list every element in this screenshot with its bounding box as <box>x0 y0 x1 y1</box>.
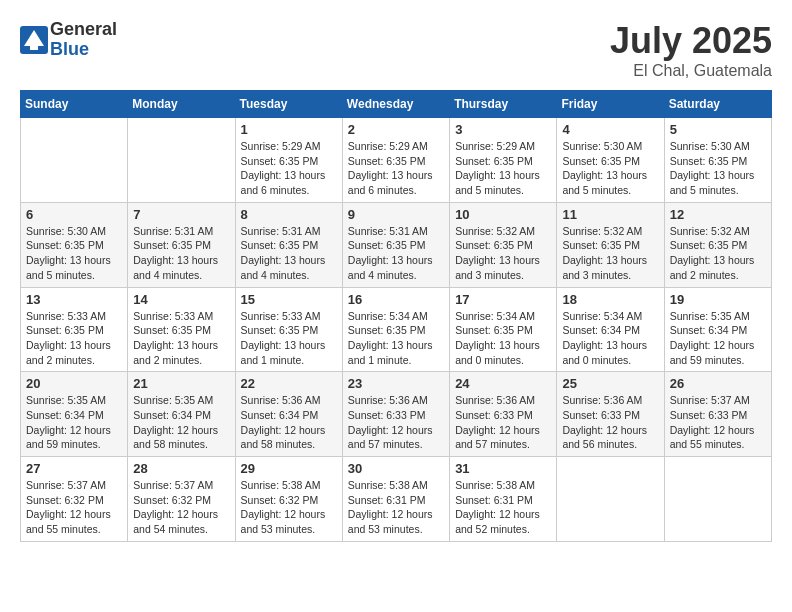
calendar-week-row: 13Sunrise: 5:33 AM Sunset: 6:35 PM Dayli… <box>21 287 772 372</box>
weekday-header-tuesday: Tuesday <box>235 91 342 118</box>
calendar-cell: 10Sunrise: 5:32 AM Sunset: 6:35 PM Dayli… <box>450 202 557 287</box>
logo-icon <box>20 26 48 54</box>
calendar-cell: 7Sunrise: 5:31 AM Sunset: 6:35 PM Daylig… <box>128 202 235 287</box>
calendar-cell: 12Sunrise: 5:32 AM Sunset: 6:35 PM Dayli… <box>664 202 771 287</box>
day-number: 9 <box>348 207 444 222</box>
day-number: 31 <box>455 461 551 476</box>
calendar-cell: 4Sunrise: 5:30 AM Sunset: 6:35 PM Daylig… <box>557 118 664 203</box>
day-info: Sunrise: 5:35 AM Sunset: 6:34 PM Dayligh… <box>26 393 122 452</box>
day-number: 22 <box>241 376 337 391</box>
calendar-cell: 8Sunrise: 5:31 AM Sunset: 6:35 PM Daylig… <box>235 202 342 287</box>
day-info: Sunrise: 5:33 AM Sunset: 6:35 PM Dayligh… <box>241 309 337 368</box>
day-info: Sunrise: 5:34 AM Sunset: 6:35 PM Dayligh… <box>348 309 444 368</box>
calendar-cell: 3Sunrise: 5:29 AM Sunset: 6:35 PM Daylig… <box>450 118 557 203</box>
day-info: Sunrise: 5:32 AM Sunset: 6:35 PM Dayligh… <box>455 224 551 283</box>
day-info: Sunrise: 5:37 AM Sunset: 6:32 PM Dayligh… <box>26 478 122 537</box>
day-info: Sunrise: 5:29 AM Sunset: 6:35 PM Dayligh… <box>455 139 551 198</box>
calendar-cell: 23Sunrise: 5:36 AM Sunset: 6:33 PM Dayli… <box>342 372 449 457</box>
day-number: 11 <box>562 207 658 222</box>
weekday-header-friday: Friday <box>557 91 664 118</box>
day-info: Sunrise: 5:35 AM Sunset: 6:34 PM Dayligh… <box>133 393 229 452</box>
day-number: 21 <box>133 376 229 391</box>
day-info: Sunrise: 5:31 AM Sunset: 6:35 PM Dayligh… <box>133 224 229 283</box>
day-number: 7 <box>133 207 229 222</box>
calendar-cell: 31Sunrise: 5:38 AM Sunset: 6:31 PM Dayli… <box>450 457 557 542</box>
day-info: Sunrise: 5:32 AM Sunset: 6:35 PM Dayligh… <box>670 224 766 283</box>
location-subtitle: El Chal, Guatemala <box>610 62 772 80</box>
day-number: 17 <box>455 292 551 307</box>
day-info: Sunrise: 5:30 AM Sunset: 6:35 PM Dayligh… <box>670 139 766 198</box>
day-number: 5 <box>670 122 766 137</box>
page-header: General Blue July 2025 El Chal, Guatemal… <box>20 20 772 80</box>
calendar-cell: 11Sunrise: 5:32 AM Sunset: 6:35 PM Dayli… <box>557 202 664 287</box>
day-info: Sunrise: 5:38 AM Sunset: 6:32 PM Dayligh… <box>241 478 337 537</box>
calendar-cell: 16Sunrise: 5:34 AM Sunset: 6:35 PM Dayli… <box>342 287 449 372</box>
day-number: 15 <box>241 292 337 307</box>
calendar-cell: 20Sunrise: 5:35 AM Sunset: 6:34 PM Dayli… <box>21 372 128 457</box>
weekday-header-saturday: Saturday <box>664 91 771 118</box>
weekday-header-thursday: Thursday <box>450 91 557 118</box>
day-number: 30 <box>348 461 444 476</box>
weekday-header-monday: Monday <box>128 91 235 118</box>
day-info: Sunrise: 5:38 AM Sunset: 6:31 PM Dayligh… <box>455 478 551 537</box>
day-number: 26 <box>670 376 766 391</box>
weekday-header-wednesday: Wednesday <box>342 91 449 118</box>
day-number: 24 <box>455 376 551 391</box>
day-number: 16 <box>348 292 444 307</box>
calendar-cell: 14Sunrise: 5:33 AM Sunset: 6:35 PM Dayli… <box>128 287 235 372</box>
calendar-week-row: 1Sunrise: 5:29 AM Sunset: 6:35 PM Daylig… <box>21 118 772 203</box>
day-number: 3 <box>455 122 551 137</box>
day-info: Sunrise: 5:31 AM Sunset: 6:35 PM Dayligh… <box>241 224 337 283</box>
day-info: Sunrise: 5:29 AM Sunset: 6:35 PM Dayligh… <box>241 139 337 198</box>
calendar-cell: 29Sunrise: 5:38 AM Sunset: 6:32 PM Dayli… <box>235 457 342 542</box>
calendar-cell: 17Sunrise: 5:34 AM Sunset: 6:35 PM Dayli… <box>450 287 557 372</box>
day-number: 25 <box>562 376 658 391</box>
day-number: 8 <box>241 207 337 222</box>
day-info: Sunrise: 5:29 AM Sunset: 6:35 PM Dayligh… <box>348 139 444 198</box>
day-info: Sunrise: 5:35 AM Sunset: 6:34 PM Dayligh… <box>670 309 766 368</box>
day-number: 12 <box>670 207 766 222</box>
day-number: 1 <box>241 122 337 137</box>
calendar-cell: 5Sunrise: 5:30 AM Sunset: 6:35 PM Daylig… <box>664 118 771 203</box>
day-info: Sunrise: 5:34 AM Sunset: 6:35 PM Dayligh… <box>455 309 551 368</box>
calendar-cell: 9Sunrise: 5:31 AM Sunset: 6:35 PM Daylig… <box>342 202 449 287</box>
day-info: Sunrise: 5:30 AM Sunset: 6:35 PM Dayligh… <box>26 224 122 283</box>
day-info: Sunrise: 5:30 AM Sunset: 6:35 PM Dayligh… <box>562 139 658 198</box>
calendar-cell: 6Sunrise: 5:30 AM Sunset: 6:35 PM Daylig… <box>21 202 128 287</box>
day-info: Sunrise: 5:37 AM Sunset: 6:33 PM Dayligh… <box>670 393 766 452</box>
day-number: 19 <box>670 292 766 307</box>
day-number: 28 <box>133 461 229 476</box>
day-info: Sunrise: 5:33 AM Sunset: 6:35 PM Dayligh… <box>133 309 229 368</box>
calendar-cell: 2Sunrise: 5:29 AM Sunset: 6:35 PM Daylig… <box>342 118 449 203</box>
logo-general-text: General <box>50 20 117 40</box>
calendar-cell <box>557 457 664 542</box>
logo: General Blue <box>20 20 117 60</box>
day-number: 29 <box>241 461 337 476</box>
calendar-cell: 18Sunrise: 5:34 AM Sunset: 6:34 PM Dayli… <box>557 287 664 372</box>
day-number: 20 <box>26 376 122 391</box>
day-number: 27 <box>26 461 122 476</box>
calendar-week-row: 20Sunrise: 5:35 AM Sunset: 6:34 PM Dayli… <box>21 372 772 457</box>
calendar-cell <box>128 118 235 203</box>
calendar-cell: 26Sunrise: 5:37 AM Sunset: 6:33 PM Dayli… <box>664 372 771 457</box>
month-year-title: July 2025 <box>610 20 772 62</box>
calendar-table: SundayMondayTuesdayWednesdayThursdayFrid… <box>20 90 772 542</box>
day-number: 23 <box>348 376 444 391</box>
day-info: Sunrise: 5:38 AM Sunset: 6:31 PM Dayligh… <box>348 478 444 537</box>
calendar-cell: 30Sunrise: 5:38 AM Sunset: 6:31 PM Dayli… <box>342 457 449 542</box>
day-number: 4 <box>562 122 658 137</box>
calendar-cell: 28Sunrise: 5:37 AM Sunset: 6:32 PM Dayli… <box>128 457 235 542</box>
day-number: 14 <box>133 292 229 307</box>
weekday-header-row: SundayMondayTuesdayWednesdayThursdayFrid… <box>21 91 772 118</box>
logo-blue-text: Blue <box>50 40 117 60</box>
calendar-cell: 22Sunrise: 5:36 AM Sunset: 6:34 PM Dayli… <box>235 372 342 457</box>
calendar-cell: 27Sunrise: 5:37 AM Sunset: 6:32 PM Dayli… <box>21 457 128 542</box>
calendar-cell: 25Sunrise: 5:36 AM Sunset: 6:33 PM Dayli… <box>557 372 664 457</box>
calendar-week-row: 6Sunrise: 5:30 AM Sunset: 6:35 PM Daylig… <box>21 202 772 287</box>
calendar-cell <box>21 118 128 203</box>
day-info: Sunrise: 5:36 AM Sunset: 6:33 PM Dayligh… <box>562 393 658 452</box>
calendar-cell <box>664 457 771 542</box>
day-number: 18 <box>562 292 658 307</box>
title-block: July 2025 El Chal, Guatemala <box>610 20 772 80</box>
day-info: Sunrise: 5:34 AM Sunset: 6:34 PM Dayligh… <box>562 309 658 368</box>
